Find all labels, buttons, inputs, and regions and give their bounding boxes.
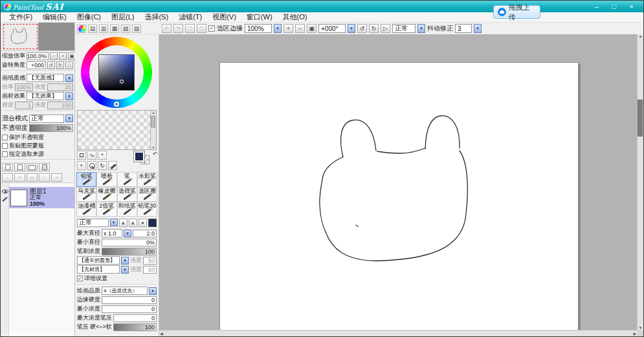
zoom-out-button[interactable]: −: [295, 24, 305, 33]
brush-shape-dropdown[interactable]: 【通常的圆形】: [77, 256, 120, 265]
selection-source-checkbox[interactable]: [2, 151, 8, 157]
brush-density-slider[interactable]: 100: [102, 248, 157, 255]
undo-button[interactable]: ↶: [162, 24, 172, 33]
horizontal-scrollbar[interactable]: ◀ ▶: [159, 330, 637, 336]
stabilizer-dropdown-button[interactable]: ▾: [474, 24, 482, 33]
sv-picker-dot[interactable]: [120, 80, 124, 83]
eyedropper-tool[interactable]: [108, 161, 117, 170]
rotate-ccw-button[interactable]: ↺: [357, 24, 367, 33]
max-diameter-unit-dropdown[interactable]: x 1.0: [102, 229, 122, 237]
brush-tip-selected-button[interactable]: [148, 219, 157, 227]
brush-shape-strength-slider[interactable]: 50: [143, 257, 157, 265]
navigator-zoom-value[interactable]: 100.0%: [27, 52, 49, 60]
menu-view[interactable]: 视图(V): [207, 12, 241, 23]
brush-tip-soft-button[interactable]: ▲: [119, 219, 128, 227]
tool-select-eraser[interactable]: 选区擦: [137, 187, 157, 202]
transfer-down-button[interactable]: ↓: [2, 173, 13, 182]
tool-pencil[interactable]: 铅笔: [76, 172, 96, 187]
zoom-dropdown-button[interactable]: ▾: [274, 24, 282, 33]
navigator-zoom-in-button[interactable]: +: [59, 52, 67, 60]
color-wheel-tab-icon[interactable]: [77, 25, 86, 33]
vertical-scrollbar[interactable]: ▲ ▼: [637, 34, 643, 330]
layer-visibility-eye-icon[interactable]: [2, 190, 8, 193]
zoom-fit-button[interactable]: ▣: [307, 24, 316, 33]
scroll-right-icon[interactable]: ▶: [633, 331, 636, 336]
material-effect-dropdown[interactable]: 【无效果】: [27, 92, 64, 100]
paper-texture-dropdown[interactable]: 【无质感】: [27, 74, 64, 82]
hsv-slider-tab-icon[interactable]: ▥: [99, 25, 108, 33]
tool-pencil30[interactable]: 铅笔30: [137, 202, 157, 217]
redo-button[interactable]: ↷: [173, 24, 183, 33]
menu-edit[interactable]: 编辑(E): [38, 12, 72, 23]
invert-selection-button[interactable]: □: [197, 24, 206, 33]
tool-eraser[interactable]: 橡皮擦: [96, 187, 117, 202]
clipping-mask-checkbox[interactable]: [2, 143, 8, 149]
hue-ring[interactable]: [81, 37, 152, 108]
swatches-tab-icon[interactable]: ▦: [110, 25, 119, 33]
menu-selection[interactable]: 选择(S): [139, 12, 173, 23]
zoom-tool[interactable]: [87, 161, 96, 170]
rgb-slider-tab-icon[interactable]: ▤: [88, 25, 97, 33]
selection-edge-checkbox[interactable]: ✓: [208, 25, 215, 32]
canvas-workspace[interactable]: [159, 34, 638, 331]
tool-marker[interactable]: 马克笔: [76, 187, 96, 202]
tool-paper-brush[interactable]: 和纸笔: [117, 202, 137, 217]
rotate-view-tool[interactable]: ↻: [98, 161, 107, 170]
tool-brush[interactable]: 笔: [117, 172, 137, 187]
navigator-rotate-reset-button[interactable]: □: [65, 61, 73, 69]
toolbar-blend-dropdown-button[interactable]: ▾: [417, 24, 425, 33]
layer-list[interactable]: 图层1 正常 100%: [1, 182, 74, 336]
brush-tip-round-button[interactable]: ●: [139, 219, 147, 227]
stabilizer-dropdown[interactable]: 3: [455, 24, 472, 33]
brush-blend-dropdown-button[interactable]: ▾: [110, 219, 118, 226]
material-effect-dropdown-button[interactable]: ▾: [65, 92, 73, 100]
detail-settings-checkbox[interactable]: ✓: [77, 276, 83, 281]
scratchpad-tab-icon[interactable]: ▧: [121, 25, 130, 33]
marquee-select-tool[interactable]: [77, 151, 86, 160]
layer-thumbnail[interactable]: [10, 190, 27, 206]
max-diameter-unit-button[interactable]: ▾: [124, 230, 131, 237]
quality-dropdown-button[interactable]: ▾: [149, 287, 157, 295]
tool-watercolor[interactable]: 水彩笔: [137, 172, 157, 187]
brush-blend-dropdown[interactable]: 正常: [77, 219, 109, 227]
blend-mode-dropdown[interactable]: 正常: [29, 114, 64, 123]
zoom-dropdown[interactable]: 100%: [245, 24, 272, 33]
navigator-preview[interactable]: [1, 23, 74, 51]
max-density-pressure-slider[interactable]: 0: [113, 314, 157, 322]
new-mask-button[interactable]: [39, 163, 50, 171]
navigator-rotate-cw-button[interactable]: ↻: [56, 61, 64, 69]
fill-layer-button[interactable]: □: [39, 173, 50, 182]
navigator-rotate-value[interactable]: +000: [27, 61, 46, 69]
hue-picker-dot[interactable]: [114, 102, 119, 107]
scroll-left-icon[interactable]: ◀: [160, 331, 163, 336]
min-diameter-slider[interactable]: 0%: [102, 239, 157, 246]
tool-bucket[interactable]: 油漆桶: [76, 202, 96, 217]
drag-upload-button[interactable]: 拖拽上传: [493, 5, 540, 19]
scratchpad-area[interactable]: ▲ ▼: [77, 110, 157, 150]
menu-file[interactable]: 文件(F): [4, 12, 38, 23]
rotate-cw-button[interactable]: ↻: [369, 24, 379, 33]
new-layer-button[interactable]: [2, 163, 13, 171]
tool-select-pen[interactable]: 选择笔: [117, 187, 137, 202]
tool-binary-pen[interactable]: 2值笔: [96, 202, 117, 217]
brush-texture-dropdown-button[interactable]: ▾: [121, 266, 129, 274]
protect-opacity-checkbox[interactable]: [2, 135, 8, 140]
paper-texture-dropdown-button[interactable]: ▾: [65, 74, 73, 82]
mixer-tab-icon[interactable]: ▨: [132, 25, 141, 33]
scratchpad-scroll-thumb[interactable]: [151, 116, 155, 127]
toolbar-blend-dropdown[interactable]: 正常: [392, 24, 416, 33]
new-linework-layer-button[interactable]: [14, 163, 25, 171]
canvas-page[interactable]: [219, 62, 579, 331]
min-density-slider[interactable]: 0: [102, 305, 157, 313]
angle-dropdown-button[interactable]: ▾: [348, 24, 355, 33]
minimize-button[interactable]: –: [588, 1, 605, 12]
tool-airbrush[interactable]: 喷枪: [96, 172, 117, 187]
brush-tip-softer-button[interactable]: ▲: [129, 219, 137, 227]
menu-layer[interactable]: 图层(L): [106, 12, 139, 23]
blend-mode-dropdown-button[interactable]: ▾: [65, 114, 73, 122]
magic-wand-tool[interactable]: *: [98, 151, 107, 160]
flip-button[interactable]: ▷: [381, 24, 390, 33]
navigator-viewport-rect[interactable]: [3, 24, 38, 49]
navigator-rotate-ccw-button[interactable]: ↺: [47, 61, 55, 69]
brush-shape-dropdown-button[interactable]: ▾: [121, 257, 129, 265]
